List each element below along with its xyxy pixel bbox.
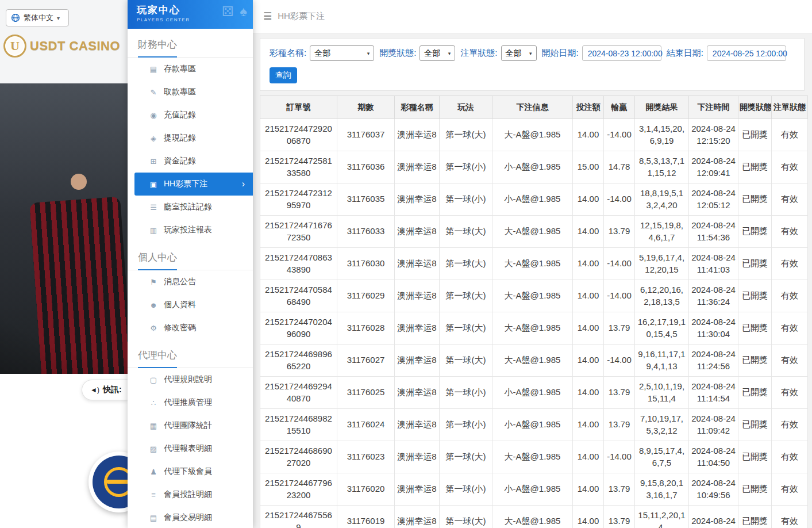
sidebar-item-player-bet-report[interactable]: ▥ 玩家投注報表	[128, 219, 253, 242]
bet-status-cell: 有效	[772, 183, 808, 216]
lottery-name-select[interactable]: 全部 ▾	[310, 45, 374, 61]
sidebar-item-announcements[interactable]: ⚑ 消息公告	[128, 270, 253, 293]
withdrawal-records-icon: ◈	[147, 134, 160, 143]
win-loss-cell: -14.00	[604, 119, 635, 151]
sidebar-item-label: 代理團隊統計	[164, 420, 212, 431]
table-row[interactable]: 2152172447292006870 31176037 澳洲幸运8 第一球(大…	[260, 119, 808, 151]
recharge-records-icon: ◉	[147, 111, 160, 120]
bet-info-cell: 大-A盤@1.985	[492, 119, 573, 151]
column-header: 下注時間	[689, 96, 738, 119]
sidebar-item-funds-records[interactable]: ⊞ 資金記錄	[128, 150, 253, 173]
agent-sub-members-icon: ♟	[147, 468, 160, 476]
bet-status-cell: 有效	[772, 506, 808, 528]
play-type-cell: 第一球(小)	[440, 473, 492, 506]
sidebar-item-recharge-records[interactable]: ◉ 充值記錄	[128, 104, 253, 127]
table-row[interactable]: 2152172446898215510 31176024 澳洲幸运8 第一球(小…	[260, 409, 808, 441]
order-number-cell: 2152172446898215510	[260, 409, 337, 441]
bet-amount-cell: 14.00	[573, 377, 604, 409]
table-row[interactable]: 2152172447258133580 31176036 澳洲幸运8 第一球(小…	[260, 151, 808, 183]
table-row[interactable]: 2152172447020496090 31176028 澳洲幸运8 第一球(大…	[260, 312, 808, 345]
hh-lottery-bets-icon: ▣	[147, 180, 160, 189]
column-header: 下注信息	[492, 96, 573, 119]
bet-time-cell: 2024-08-24 11:54:36	[689, 216, 738, 248]
win-loss-cell: -14.00	[604, 345, 635, 377]
sidebar-item-agent-sub-members[interactable]: ♟ 代理下級會員	[128, 460, 253, 483]
order-number-cell: 2152172446989665220	[260, 345, 337, 377]
bet-time-cell: 2024-08-24 11:09:42	[689, 409, 738, 441]
chevron-down-icon: ▾	[57, 15, 60, 21]
lottery-name-cell: 澳洲幸运8	[395, 280, 440, 312]
bet-time-cell: 2024-08-24 11:04:50	[689, 441, 738, 473]
bet-status-cell: 有效	[772, 409, 808, 441]
member-transactions-icon: ▤	[147, 514, 160, 522]
bet-status-label: 注單狀態:	[460, 48, 497, 59]
draw-result-cell: 12,15,19,8,4,6,1,7	[635, 216, 689, 248]
section-title-agent: 代理中心	[138, 349, 177, 368]
play-type-cell: 第一球(大)	[440, 119, 492, 151]
draw-result-cell: 3,1,4,15,20,6,9,19	[635, 119, 689, 151]
sidebar-item-withdraw-zone[interactable]: ✎ 取款專區	[128, 81, 253, 104]
table-row[interactable]: 2152172446869027020 31176023 澳洲幸运8 第一球(大…	[260, 441, 808, 473]
lottery-name-cell: 澳洲幸运8	[395, 248, 440, 280]
end-date-input[interactable]: 2024-08-25 12:00:00	[707, 45, 786, 61]
language-selector[interactable]: 繁体中文 ▾	[6, 9, 69, 26]
draw-status-cell: 已開獎	[738, 280, 772, 312]
bet-amount-cell: 14.00	[573, 506, 604, 528]
bet-time-cell: 2024-08-24 11:41:03	[689, 248, 738, 280]
sidebar-item-agent-promotion[interactable]: ∴ 代理推廣管理	[128, 391, 253, 414]
bet-status-select[interactable]: 全部 ▾	[501, 45, 537, 61]
language-label: 繁体中文	[24, 13, 53, 23]
sidebar-item-withdrawal-records[interactable]: ◈ 提現記錄	[128, 127, 253, 150]
bet-info-cell: 小-A盤@1.985	[492, 377, 573, 409]
start-date-input[interactable]: 2024-08-23 12:00:00	[582, 45, 661, 61]
table-row[interactable]: 215217244675569 31176019 澳洲幸运8 第一球(大) 大-…	[260, 506, 808, 528]
table-row[interactable]: 2152172447231295970 31176035 澳洲幸运8 第一球(小…	[260, 183, 808, 216]
table-row[interactable]: 2152172447058468490 31176029 澳洲幸运8 第一球(大…	[260, 280, 808, 312]
sidebar-item-label: 存款專區	[164, 64, 196, 74]
order-number-cell: 2152172447086343890	[260, 248, 337, 280]
play-type-cell: 第一球(小)	[440, 377, 492, 409]
sidebar-item-agent-rules[interactable]: ▢ 代理規則說明	[128, 368, 253, 391]
period-cell: 31176036	[337, 151, 395, 183]
win-loss-cell: 13.79	[604, 377, 635, 409]
bet-amount-cell: 15.00	[573, 151, 604, 183]
bet-amount-cell: 14.00	[573, 345, 604, 377]
table-row[interactable]: 2152172446989665220 31176027 澳洲幸运8 第一球(大…	[260, 345, 808, 377]
bet-status-value: 全部	[506, 48, 522, 59]
search-button[interactable]: 查詢	[270, 67, 297, 83]
sidebar-item-agent-team-stats[interactable]: ▦ 代理團隊統計	[128, 414, 253, 437]
agent-report-details-icon: ▨	[147, 445, 160, 453]
sidebar-item-label: 玩家投注報表	[164, 225, 212, 235]
sidebar-item-label: 資金記錄	[164, 156, 196, 166]
bet-info-cell: 大-A盤@1.985	[492, 248, 573, 280]
sidebar-item-profile[interactable]: ☻ 個人資料	[128, 293, 253, 316]
sidebar-item-agent-report-details[interactable]: ▨ 代理報表明細	[128, 437, 253, 460]
funds-records-icon: ⊞	[147, 157, 160, 166]
sidebar-item-deposit-zone[interactable]: ▤ 存款專區	[128, 58, 253, 81]
table-row[interactable]: 2152172446779623200 31176020 澳洲幸运8 第一球(小…	[260, 473, 808, 506]
sidebar-item-member-transactions[interactable]: ▤ 會員交易明細	[128, 506, 253, 528]
menu-toggle-icon[interactable]: ☰	[263, 10, 272, 22]
brand-logo[interactable]: U USDT CASINO	[3, 35, 120, 58]
sidebar-item-change-password[interactable]: ⚙ 修改密碼	[128, 316, 253, 339]
sidebar-item-hh-lottery-bets[interactable]: ▣ HH彩票下注 ›	[134, 173, 253, 196]
table-row[interactable]: 2152172446929440870 31176025 澳洲幸运8 第一球(小…	[260, 377, 808, 409]
win-loss-cell: -14.00	[604, 248, 635, 280]
draw-result-cell: 8,9,15,17,4,6,7,5	[635, 441, 689, 473]
chevron-right-icon: ›	[242, 179, 245, 189]
table-row[interactable]: 2152172447167672350 31176033 澳洲幸运8 第一球(大…	[260, 216, 808, 248]
bet-time-cell: 2024-08-24 11:36:24	[689, 280, 738, 312]
bet-info-cell: 大-A盤@1.985	[492, 345, 573, 377]
filter-panel: 彩種名稱: 全部 ▾ 開獎狀態: 全部 ▾ 注單狀態: 全	[260, 38, 805, 91]
sidebar-item-room-bet-records[interactable]: ☰ 廳室投註記錄	[128, 196, 253, 219]
bet-time-cell: 2024-08-24 10:49:56	[689, 473, 738, 506]
sidebar-item-member-bet-details[interactable]: ≡ 會員投註明細	[128, 483, 253, 506]
win-loss-cell: 13.79	[604, 473, 635, 506]
sidebar-item-label: 代理規則說明	[164, 374, 212, 385]
news-ticker[interactable]: ◄) 快訊:	[82, 380, 128, 400]
table-row[interactable]: 2152172447086343890 31176030 澳洲幸运8 第一球(大…	[260, 248, 808, 280]
bet-info-cell: 大-A盤@1.985	[492, 441, 573, 473]
bet-amount-cell: 14.00	[573, 473, 604, 506]
draw-status-select[interactable]: 全部 ▾	[420, 45, 455, 61]
play-type-cell: 第一球(大)	[440, 280, 492, 312]
